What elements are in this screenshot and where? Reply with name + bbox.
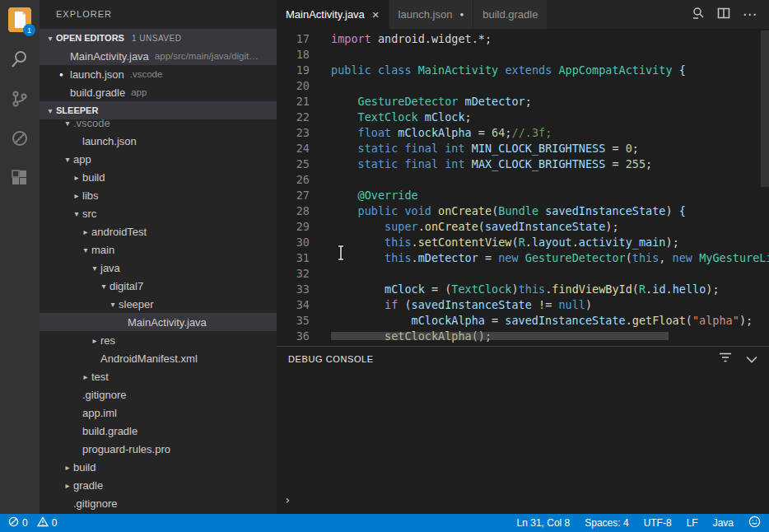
cursor-position[interactable]: Ln 31, Col 8 xyxy=(517,517,571,529)
tree-item-build[interactable]: ▸build xyxy=(40,458,277,476)
code-line-23[interactable]: 23 float mClockAlpha = 64;//.3f; xyxy=(277,125,769,141)
line-number[interactable]: 35 xyxy=(277,313,310,329)
tree-item-libs[interactable]: ▸libs xyxy=(40,186,277,204)
tree-item-.gitignore[interactable]: .gitignore xyxy=(40,494,277,512)
line-number[interactable]: 18 xyxy=(277,47,310,63)
tree-item-app.iml[interactable]: app.iml xyxy=(40,404,277,422)
line-number[interactable]: 21 xyxy=(277,94,310,110)
line-number[interactable]: 28 xyxy=(277,203,310,219)
chevron-down-icon[interactable]: ▾ xyxy=(89,264,100,273)
line-number[interactable]: 30 xyxy=(277,235,310,250)
line-number[interactable]: 31 xyxy=(277,250,310,266)
activity-item-explorer[interactable]: 1 xyxy=(0,0,40,40)
encoding[interactable]: UTF-8 xyxy=(644,517,672,529)
tree-item-res[interactable]: ▸res xyxy=(40,331,277,349)
tree-item-build[interactable]: ▸build xyxy=(40,168,277,186)
line-number[interactable]: 36 xyxy=(277,329,310,344)
code-line-18[interactable]: 18 xyxy=(277,47,769,63)
chevron-right-icon[interactable]: ▸ xyxy=(62,481,73,490)
open-editor-item[interactable]: MainActivity.javaapp/src/main/java/digit… xyxy=(40,47,277,65)
chevron-down-icon[interactable]: ▾ xyxy=(80,245,91,254)
problems-status[interactable]: 0 0 xyxy=(8,516,63,530)
tree-item-main[interactable]: ▾main xyxy=(40,240,277,259)
code-line-26[interactable]: 26 xyxy=(277,172,769,188)
vertical-scrollbar[interactable] xyxy=(761,30,769,187)
code-line-28[interactable]: 28 public void onCreate(Bundle savedInst… xyxy=(277,203,769,219)
activity-item-source-control[interactable] xyxy=(0,79,40,119)
chevron-down-icon[interactable]: ▾ xyxy=(107,300,119,309)
code-line-35[interactable]: 35 mClockAlpha = savedInstanceState.getF… xyxy=(277,313,769,329)
tree-item-launch.json[interactable]: launch.json xyxy=(40,132,277,150)
chevron-right-icon[interactable]: ▸ xyxy=(62,463,73,472)
activity-item-extensions[interactable] xyxy=(0,158,40,198)
close-icon[interactable]: × xyxy=(372,8,380,21)
line-number[interactable]: 25 xyxy=(277,156,310,172)
split-editor-icon[interactable] xyxy=(717,7,730,23)
line-number[interactable]: 20 xyxy=(277,78,310,94)
chevron-right-icon[interactable]: ▸ xyxy=(89,336,100,345)
filter-icon[interactable] xyxy=(719,352,732,366)
code-line-30[interactable]: 30 this.setContentView(R.layout.activity… xyxy=(277,235,769,250)
tree-item-digital7[interactable]: ▾digital7 xyxy=(40,277,277,295)
folder-section-header[interactable]: ▾ SLEEPER xyxy=(40,101,277,119)
tree-item-test[interactable]: ▸test xyxy=(40,367,277,385)
more-actions-icon[interactable]: ⋯ xyxy=(743,7,757,21)
code-line-34[interactable]: 34 if (savedInstanceState != null) xyxy=(277,297,769,313)
code-line-17[interactable]: 17import android.widget.*; xyxy=(277,31,769,47)
tree-item-MainActivity.java[interactable]: MainActivity.java xyxy=(40,313,277,331)
open-editor-item[interactable]: ●launch.json.vscode xyxy=(40,65,277,83)
code-line-20[interactable]: 20 xyxy=(277,78,769,94)
debug-console-output[interactable]: › xyxy=(277,371,769,514)
line-number[interactable]: 34 xyxy=(277,297,310,313)
code-line-32[interactable]: 32 xyxy=(277,266,769,282)
tree-item-.gitignore[interactable]: .gitignore xyxy=(40,385,277,404)
activity-item-search[interactable] xyxy=(0,40,40,79)
tree-item-sleeper[interactable]: ▾sleeper xyxy=(40,295,277,313)
eol-sequence[interactable]: LF xyxy=(687,517,698,529)
code-line-25[interactable]: 25 static final int MAX_CLOCK_BRIGHTNESS… xyxy=(277,156,769,172)
chevron-right-icon[interactable]: ▸ xyxy=(71,173,82,182)
line-number[interactable]: 29 xyxy=(277,219,310,235)
line-number[interactable]: 22 xyxy=(277,110,310,125)
code-line-31[interactable]: 31 this.mDetector = new GestureDetector(… xyxy=(277,250,769,266)
activity-item-debug[interactable] xyxy=(0,119,40,158)
tab-launch.json[interactable]: launch.json● xyxy=(389,0,474,29)
tree-item-src[interactable]: ▾src xyxy=(40,204,277,222)
language-mode[interactable]: Java xyxy=(713,517,734,529)
line-number[interactable]: 26 xyxy=(277,172,310,188)
line-number[interactable]: 27 xyxy=(277,188,310,203)
code-line-27[interactable]: 27 @Override xyxy=(277,188,769,203)
code-line-33[interactable]: 33 mClock = (TextClock)this.findViewById… xyxy=(277,282,769,297)
chevron-down-icon[interactable]: ▾ xyxy=(71,209,82,218)
open-editor-item[interactable]: build.gradleapp xyxy=(40,83,277,101)
feedback-smiley-icon[interactable] xyxy=(748,516,761,530)
tab-MainActivity.java[interactable]: MainActivity.java× xyxy=(277,0,389,29)
chevron-down-icon[interactable]: ▾ xyxy=(62,119,73,128)
tree-item-build.gradle[interactable]: build.gradle xyxy=(40,422,277,440)
tab-build.gradle[interactable]: build.gradle xyxy=(473,0,548,29)
chevron-down-icon[interactable] xyxy=(746,352,757,366)
indentation[interactable]: Spaces: 4 xyxy=(585,517,628,529)
code-line-21[interactable]: 21 GestureDetector mDetector; xyxy=(277,94,769,110)
code-line-29[interactable]: 29 super.onCreate(savedInstanceState); xyxy=(277,219,769,235)
code-line-19[interactable]: 19public class MainActivity extends AppC… xyxy=(277,63,769,78)
chevron-down-icon[interactable]: ▾ xyxy=(98,282,110,291)
line-number[interactable]: 17 xyxy=(277,31,310,47)
repl-prompt[interactable]: › xyxy=(284,493,291,506)
chevron-down-icon[interactable]: ▾ xyxy=(62,155,73,164)
line-number[interactable]: 24 xyxy=(277,141,310,156)
tree-item-AndroidManifest.xml[interactable]: AndroidManifest.xml xyxy=(40,349,277,367)
open-preview-icon[interactable] xyxy=(692,7,705,23)
chevron-right-icon[interactable]: ▸ xyxy=(80,372,91,381)
line-number[interactable]: 19 xyxy=(277,63,310,78)
horizontal-scrollbar[interactable] xyxy=(331,332,669,340)
chevron-right-icon[interactable]: ▸ xyxy=(80,227,91,236)
chevron-right-icon[interactable]: ▸ xyxy=(71,191,82,200)
code-line-24[interactable]: 24 static final int MIN_CLOCK_BRIGHTNESS… xyxy=(277,141,769,156)
code-editor[interactable]: 17import android.widget.*;1819public cla… xyxy=(277,29,769,346)
line-number[interactable]: 33 xyxy=(277,282,310,297)
tree-item-gradle[interactable]: ▸gradle xyxy=(40,476,277,494)
line-number[interactable]: 32 xyxy=(277,266,310,282)
tree-item-app[interactable]: ▾app xyxy=(40,150,277,168)
panel-tab-debug-console[interactable]: DEBUG CONSOLE xyxy=(288,354,374,364)
